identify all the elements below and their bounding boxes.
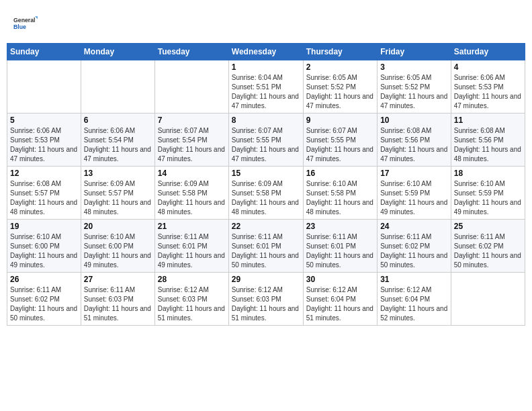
svg-text:General: General: [13, 17, 36, 24]
day-number: 17: [380, 169, 448, 178]
page-header: General Blue: [7, 7, 525, 39]
day-info: Sunrise: 6:06 AM Sunset: 5:54 PM Dayligh…: [84, 126, 152, 164]
calendar-header-row: SundayMondayTuesdayWednesdayThursdayFrid…: [7, 44, 525, 60]
calendar-header-tuesday: Tuesday: [154, 44, 228, 60]
day-info: Sunrise: 6:11 AM Sunset: 6:01 PM Dayligh…: [232, 232, 300, 270]
calendar-cell: 1Sunrise: 6:04 AM Sunset: 5:51 PM Daylig…: [228, 60, 303, 113]
day-number: 28: [158, 275, 226, 284]
day-number: 8: [232, 116, 300, 125]
calendar-cell: 25Sunrise: 6:11 AM Sunset: 6:02 PM Dayli…: [451, 220, 525, 273]
calendar-cell: [81, 60, 154, 113]
day-info: Sunrise: 6:11 AM Sunset: 6:02 PM Dayligh…: [10, 285, 78, 323]
day-info: Sunrise: 6:10 AM Sunset: 5:58 PM Dayligh…: [306, 179, 374, 217]
day-number: 11: [454, 116, 522, 125]
calendar-cell: 16Sunrise: 6:10 AM Sunset: 5:58 PM Dayli…: [303, 167, 377, 220]
calendar-cell: 11Sunrise: 6:08 AM Sunset: 5:56 PM Dayli…: [451, 113, 525, 167]
day-number: 13: [84, 169, 152, 178]
day-info: Sunrise: 6:12 AM Sunset: 6:03 PM Dayligh…: [158, 285, 226, 323]
calendar-cell: 3Sunrise: 6:05 AM Sunset: 5:52 PM Daylig…: [378, 60, 451, 113]
day-info: Sunrise: 6:08 AM Sunset: 5:56 PM Dayligh…: [380, 126, 448, 164]
day-number: 26: [10, 275, 78, 284]
day-number: 25: [454, 222, 522, 231]
day-number: 14: [158, 169, 226, 178]
calendar-cell: 30Sunrise: 6:12 AM Sunset: 6:04 PM Dayli…: [303, 273, 377, 326]
day-number: 18: [454, 169, 522, 178]
day-info: Sunrise: 6:11 AM Sunset: 6:01 PM Dayligh…: [306, 232, 374, 270]
day-info: Sunrise: 6:10 AM Sunset: 6:00 PM Dayligh…: [84, 232, 152, 270]
calendar-cell: 21Sunrise: 6:11 AM Sunset: 6:01 PM Dayli…: [154, 220, 228, 273]
day-info: Sunrise: 6:11 AM Sunset: 6:02 PM Dayligh…: [380, 232, 448, 270]
day-number: 1: [232, 62, 300, 72]
calendar-cell: 14Sunrise: 6:09 AM Sunset: 5:58 PM Dayli…: [154, 167, 228, 220]
day-number: 31: [380, 275, 448, 284]
calendar-cell: 5Sunrise: 6:06 AM Sunset: 5:53 PM Daylig…: [7, 113, 81, 167]
day-info: Sunrise: 6:07 AM Sunset: 5:55 PM Dayligh…: [306, 126, 374, 164]
calendar-header-thursday: Thursday: [303, 44, 377, 60]
day-info: Sunrise: 6:08 AM Sunset: 5:57 PM Dayligh…: [10, 179, 78, 217]
day-info: Sunrise: 6:09 AM Sunset: 5:57 PM Dayligh…: [84, 179, 152, 217]
calendar-cell: 28Sunrise: 6:12 AM Sunset: 6:03 PM Dayli…: [154, 273, 228, 326]
calendar-cell: 8Sunrise: 6:07 AM Sunset: 5:55 PM Daylig…: [228, 113, 303, 167]
calendar-cell: 31Sunrise: 6:12 AM Sunset: 6:04 PM Dayli…: [378, 273, 451, 326]
day-number: 7: [158, 116, 226, 125]
day-info: Sunrise: 6:06 AM Sunset: 5:53 PM Dayligh…: [10, 126, 78, 164]
day-info: Sunrise: 6:12 AM Sunset: 6:04 PM Dayligh…: [380, 285, 448, 323]
day-info: Sunrise: 6:10 AM Sunset: 5:59 PM Dayligh…: [380, 179, 448, 217]
calendar-header-friday: Friday: [378, 44, 451, 60]
day-info: Sunrise: 6:09 AM Sunset: 5:58 PM Dayligh…: [232, 179, 300, 217]
day-info: Sunrise: 6:12 AM Sunset: 6:03 PM Dayligh…: [232, 285, 300, 323]
day-info: Sunrise: 6:07 AM Sunset: 5:54 PM Dayligh…: [158, 126, 226, 164]
calendar-cell: 4Sunrise: 6:06 AM Sunset: 5:53 PM Daylig…: [451, 60, 525, 113]
day-info: Sunrise: 6:11 AM Sunset: 6:02 PM Dayligh…: [454, 232, 522, 270]
day-number: 5: [10, 116, 78, 125]
calendar-header-monday: Monday: [81, 44, 154, 60]
calendar-cell: 20Sunrise: 6:10 AM Sunset: 6:00 PM Dayli…: [81, 220, 154, 273]
calendar-header-wednesday: Wednesday: [228, 44, 303, 60]
calendar-cell: 24Sunrise: 6:11 AM Sunset: 6:02 PM Dayli…: [378, 220, 451, 273]
day-number: 4: [454, 62, 522, 72]
calendar-cell: 17Sunrise: 6:10 AM Sunset: 5:59 PM Dayli…: [378, 167, 451, 220]
calendar-cell: 15Sunrise: 6:09 AM Sunset: 5:58 PM Dayli…: [228, 167, 303, 220]
day-info: Sunrise: 6:07 AM Sunset: 5:55 PM Dayligh…: [232, 126, 300, 164]
day-number: 16: [306, 169, 374, 178]
day-number: 3: [380, 62, 448, 72]
day-info: Sunrise: 6:06 AM Sunset: 5:53 PM Dayligh…: [454, 73, 522, 111]
calendar-cell: 23Sunrise: 6:11 AM Sunset: 6:01 PM Dayli…: [303, 220, 377, 273]
calendar-cell: 22Sunrise: 6:11 AM Sunset: 6:01 PM Dayli…: [228, 220, 303, 273]
calendar-cell: 27Sunrise: 6:11 AM Sunset: 6:03 PM Dayli…: [81, 273, 154, 326]
calendar-cell: 19Sunrise: 6:10 AM Sunset: 6:00 PM Dayli…: [7, 220, 81, 273]
calendar-cell: 6Sunrise: 6:06 AM Sunset: 5:54 PM Daylig…: [81, 113, 154, 167]
calendar-header-saturday: Saturday: [451, 44, 525, 60]
day-number: 29: [232, 275, 300, 284]
day-number: 27: [84, 275, 152, 284]
day-number: 12: [10, 169, 78, 178]
day-info: Sunrise: 6:11 AM Sunset: 6:01 PM Dayligh…: [158, 232, 226, 270]
day-info: Sunrise: 6:10 AM Sunset: 6:00 PM Dayligh…: [10, 232, 78, 270]
calendar-table: SundayMondayTuesdayWednesdayThursdayFrid…: [7, 43, 525, 326]
day-info: Sunrise: 6:10 AM Sunset: 5:59 PM Dayligh…: [454, 179, 522, 217]
calendar-week-row: 5Sunrise: 6:06 AM Sunset: 5:53 PM Daylig…: [7, 113, 525, 167]
svg-text:Blue: Blue: [13, 24, 26, 30]
day-number: 20: [84, 222, 152, 231]
logo: General Blue: [13, 12, 38, 36]
logo-image: General Blue: [13, 12, 38, 36]
calendar-week-row: 1Sunrise: 6:04 AM Sunset: 5:51 PM Daylig…: [7, 60, 525, 113]
calendar-cell: 12Sunrise: 6:08 AM Sunset: 5:57 PM Dayli…: [7, 167, 81, 220]
day-number: 22: [232, 222, 300, 231]
day-number: 15: [232, 169, 300, 178]
day-info: Sunrise: 6:05 AM Sunset: 5:52 PM Dayligh…: [380, 73, 448, 111]
calendar-cell: 10Sunrise: 6:08 AM Sunset: 5:56 PM Dayli…: [378, 113, 451, 167]
calendar-cell: [451, 273, 525, 326]
day-info: Sunrise: 6:11 AM Sunset: 6:03 PM Dayligh…: [84, 285, 152, 323]
calendar-cell: 7Sunrise: 6:07 AM Sunset: 5:54 PM Daylig…: [154, 113, 228, 167]
day-number: 6: [84, 116, 152, 125]
day-number: 19: [10, 222, 78, 231]
day-number: 9: [306, 116, 374, 125]
calendar-header-sunday: Sunday: [7, 44, 81, 60]
day-info: Sunrise: 6:08 AM Sunset: 5:56 PM Dayligh…: [454, 126, 522, 164]
calendar-cell: 9Sunrise: 6:07 AM Sunset: 5:55 PM Daylig…: [303, 113, 377, 167]
day-number: 24: [380, 222, 448, 231]
calendar-cell: 29Sunrise: 6:12 AM Sunset: 6:03 PM Dayli…: [228, 273, 303, 326]
day-info: Sunrise: 6:04 AM Sunset: 5:51 PM Dayligh…: [232, 73, 300, 111]
day-number: 23: [306, 222, 374, 231]
